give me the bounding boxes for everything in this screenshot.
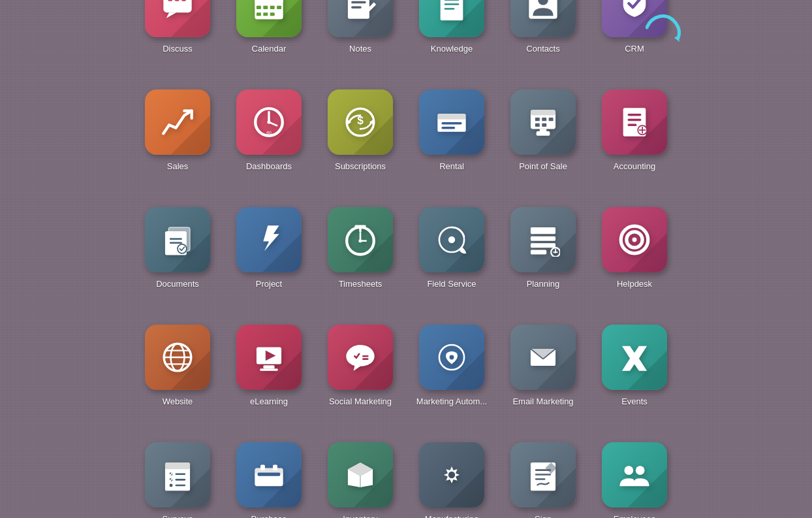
app-icon-sales <box>145 89 210 155</box>
app-item-subscriptions[interactable]: $Subscriptions <box>324 89 396 194</box>
app-item-calendar[interactable]: Calendar <box>233 0 305 76</box>
svg-rect-19 <box>351 6 362 8</box>
svg-rect-36 <box>437 114 465 120</box>
app-label-elearning: eLearning <box>250 397 288 407</box>
app-item-inventory[interactable]: Inventory <box>324 442 396 519</box>
svg-rect-10 <box>263 5 268 8</box>
app-item-socialmarketing[interactable]: Social Marketing <box>324 325 396 429</box>
app-label-helpdesk: Helpdesk <box>617 279 652 289</box>
app-item-timesheets[interactable]: Timesheets <box>324 207 396 312</box>
app-label-crm: CRM <box>625 44 644 54</box>
app-label-planning: Planning <box>527 279 560 289</box>
app-label-socialmarketing: Social Marketing <box>329 397 392 407</box>
app-icon-documents <box>145 207 210 272</box>
app-item-purchase[interactable]: Purchase <box>233 442 305 519</box>
app-icon-crm <box>602 0 667 37</box>
app-label-events: Events <box>621 397 648 407</box>
app-item-fieldservice[interactable]: Field Service <box>416 207 488 312</box>
app-item-helpdesk[interactable]: Helpdesk <box>599 207 670 312</box>
svg-rect-102 <box>176 473 186 475</box>
app-icon-fieldservice <box>419 207 484 272</box>
app-icon-notes <box>328 0 393 37</box>
app-item-knowledge[interactable]: Knowledge <box>416 0 488 76</box>
app-icon-inventory <box>328 442 393 508</box>
app-icon-manufacturing <box>419 442 484 508</box>
app-item-manufacturing[interactable]: Manufacturing <box>416 442 488 519</box>
svg-point-90 <box>450 355 454 359</box>
svg-marker-1 <box>166 12 177 18</box>
app-item-pos[interactable]: Point of Sale <box>507 89 579 194</box>
svg-rect-51 <box>628 123 637 125</box>
app-label-inventory: Inventory <box>343 514 377 519</box>
app-icon-subscriptions: $ <box>328 89 393 155</box>
app-label-timesheets: Timesheets <box>339 279 383 289</box>
app-item-notes[interactable]: Notes <box>324 0 396 76</box>
app-item-sign[interactable]: Sign <box>507 442 579 519</box>
svg-rect-50 <box>628 118 642 120</box>
svg-rect-58 <box>170 238 182 240</box>
app-item-documents[interactable]: Documents <box>142 207 213 312</box>
svg-rect-4 <box>181 0 186 1</box>
svg-rect-41 <box>535 118 540 121</box>
svg-rect-107 <box>258 472 281 476</box>
app-label-dashboards: Dashboards <box>246 161 292 172</box>
app-label-purchase: Purchase <box>251 514 287 519</box>
app-item-project[interactable]: Project <box>233 207 305 312</box>
app-label-accounting: Accounting <box>614 161 655 172</box>
svg-rect-47 <box>540 129 546 132</box>
svg-point-113 <box>448 471 455 478</box>
svg-rect-104 <box>176 484 186 486</box>
svg-marker-25 <box>674 35 679 42</box>
app-label-rental: Rental <box>439 161 464 172</box>
app-item-contacts[interactable]: Contacts <box>507 0 579 76</box>
svg-point-29 <box>267 120 270 123</box>
app-label-employees: Employees <box>614 514 655 519</box>
app-label-knowledge: Knowledge <box>431 44 473 54</box>
svg-rect-103 <box>176 479 186 481</box>
svg-rect-38 <box>441 126 455 128</box>
app-icon-surveys <box>145 442 210 508</box>
svg-rect-12 <box>277 5 281 8</box>
app-icon-emailmarketing <box>510 325 576 390</box>
svg-rect-0 <box>163 0 191 12</box>
svg-rect-14 <box>263 12 268 16</box>
svg-rect-71 <box>531 236 555 240</box>
svg-point-65 <box>358 239 362 242</box>
app-item-employees[interactable]: Employees <box>599 442 670 519</box>
app-item-website[interactable]: Website <box>142 325 213 429</box>
svg-rect-49 <box>628 114 642 116</box>
svg-point-68 <box>448 236 455 242</box>
app-item-marketingauto[interactable]: Marketing Autom... <box>416 325 488 429</box>
app-item-events[interactable]: Events <box>599 325 670 429</box>
app-item-surveys[interactable]: Surveys <box>142 442 213 519</box>
svg-rect-3 <box>175 0 180 1</box>
app-label-contacts: Contacts <box>526 44 559 54</box>
svg-rect-108 <box>260 464 265 470</box>
svg-rect-70 <box>531 227 555 233</box>
svg-rect-117 <box>535 478 546 480</box>
svg-rect-11 <box>270 5 275 8</box>
app-item-discuss[interactable]: Discuss <box>142 0 213 76</box>
app-icon-website <box>145 325 210 390</box>
app-item-sales[interactable]: Sales <box>142 89 213 194</box>
app-item-emailmarketing[interactable]: Email Marketing <box>507 325 579 429</box>
svg-rect-40 <box>531 109 555 115</box>
svg-rect-101 <box>170 483 172 486</box>
svg-rect-22 <box>445 8 455 10</box>
app-label-sign: Sign <box>535 514 552 519</box>
svg-rect-37 <box>441 122 461 124</box>
svg-rect-13 <box>257 12 261 16</box>
svg-point-119 <box>636 466 645 475</box>
svg-rect-6 <box>255 0 283 3</box>
app-item-accounting[interactable]: Accounting <box>599 89 670 194</box>
app-item-rental[interactable]: Rental <box>416 89 488 194</box>
app-label-surveys: Surveys <box>163 514 193 519</box>
app-item-planning[interactable]: Planning <box>507 207 579 312</box>
app-item-elearning[interactable]: eLearning <box>233 325 305 429</box>
app-item-crm[interactable]: CRM <box>599 0 670 76</box>
app-icon-socialmarketing <box>328 325 393 390</box>
app-label-marketingauto: Marketing Autom... <box>416 397 487 407</box>
app-label-discuss: Discuss <box>163 44 193 54</box>
svg-point-60 <box>178 244 187 253</box>
app-item-dashboards[interactable]: 60Dashboards <box>233 89 305 194</box>
